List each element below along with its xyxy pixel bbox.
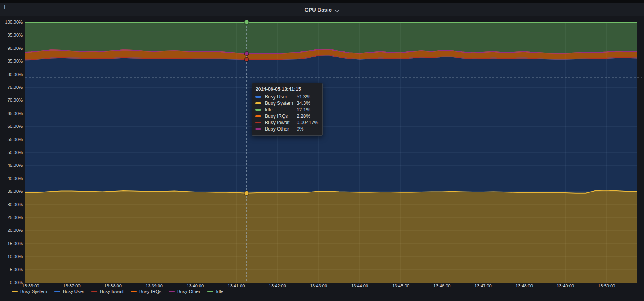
tooltip-row: Busy IRQs2.28% (255, 113, 318, 119)
y-tick-label: 90.00% (8, 46, 23, 51)
legend-color-swatch (12, 291, 18, 292)
cpu-basic-panel: CPU Basic i 100.00%95.00%90.00%85.00%80.… (0, 0, 644, 301)
busy-system-hover-dot (244, 191, 249, 195)
x-tick-label: 13:43:00 (310, 283, 327, 288)
y-tick-label: 25.00% (8, 215, 23, 220)
y-tick-label: 15.00% (8, 241, 23, 246)
y-tick-label: 55.00% (8, 137, 23, 142)
tooltip-series-label: Busy User (265, 94, 297, 100)
tooltip-series-value: 2.28% (297, 113, 310, 119)
x-tick-label: 13:36:00 (22, 283, 39, 288)
x-tick-label: 13:37:00 (63, 283, 80, 288)
panel-info-icon[interactable]: i (4, 5, 5, 10)
panel-title: CPU Basic (305, 7, 332, 13)
busy-user-area (21, 55, 638, 193)
y-tick-label: 45.00% (8, 163, 23, 168)
y-tick-label: 100.00% (5, 20, 23, 25)
legend-label: Busy User (63, 289, 84, 294)
tooltip-series-value: 0.00417% (297, 120, 318, 125)
chart-legend: Busy SystemBusy UserBusy IowaitBusy IRQs… (12, 289, 223, 294)
x-tick-label: 13:49:00 (557, 283, 574, 288)
legend-color-swatch (169, 291, 175, 292)
x-tick-label: 13:42:00 (269, 283, 286, 288)
x-tick-label: 13:40:00 (186, 283, 204, 288)
y-tick-label: 50.00% (8, 150, 23, 155)
legend-item-busy-iowait[interactable]: Busy Iowait (91, 289, 124, 294)
tooltip-series-value: 34.3% (297, 100, 310, 106)
panel-header: CPU Basic (0, 3, 644, 16)
busy-system-area (21, 190, 638, 283)
legend-label: Busy Iowait (100, 289, 124, 294)
y-tick-label: 35.00% (8, 189, 23, 194)
idle-hover-dot (244, 20, 249, 25)
y-tick-label: 95.00% (8, 33, 23, 37)
tooltip-series-label: Busy IRQs (265, 113, 297, 119)
legend-color-swatch (54, 291, 60, 292)
tooltip-row: Busy Other0% (255, 126, 318, 132)
tooltip-rows: Busy User51.3%Busy System34.3%Idle12.1%B… (255, 94, 318, 132)
x-tick-label: 13:41:00 (228, 283, 245, 288)
legend-item-busy-user[interactable]: Busy User (54, 289, 84, 294)
y-tick-label: 65.00% (8, 111, 23, 116)
legend-item-busy-system[interactable]: Busy System (12, 289, 47, 294)
y-tick-label: 70.00% (8, 98, 23, 102)
legend-item-busy-other[interactable]: Busy Other (169, 289, 200, 294)
legend-label: Busy Other (177, 289, 200, 294)
legend-item-idle[interactable]: Idle (207, 289, 223, 294)
cpu-usage-stacked-area-chart[interactable]: 100.00%95.00%90.00%85.00%80.00%75.00%70.… (0, 16, 644, 301)
busy-other-hover-dot (245, 52, 249, 56)
legend-color-swatch (131, 291, 137, 292)
legend-label: Busy IRQs (139, 289, 161, 294)
y-tick-label: 60.00% (8, 124, 23, 129)
chevron-down-icon (334, 8, 339, 12)
legend-item-busy-irqs[interactable]: Busy IRQs (131, 289, 161, 294)
series-color-swatch (255, 115, 261, 117)
x-tick-label: 13:46:00 (433, 283, 451, 288)
legend-label: Busy System (20, 289, 47, 294)
panel-title-menu[interactable]: CPU Basic (305, 7, 340, 13)
tooltip-series-label: Busy Iowait (265, 120, 297, 125)
x-tick-label: 13:50:00 (598, 283, 615, 288)
x-tick-label: 13:45:00 (392, 283, 409, 288)
tooltip-row: Busy User51.3% (255, 94, 318, 100)
tooltip-series-value: 0% (297, 126, 303, 132)
series-color-swatch (255, 128, 261, 130)
series-color-swatch (255, 96, 261, 98)
x-tick-label: 13:38:00 (104, 283, 122, 288)
x-tick-label: 13:39:00 (145, 283, 163, 288)
window-top-strip (0, 0, 644, 3)
series-color-swatch (255, 122, 261, 123)
y-tick-label: 20.00% (8, 228, 23, 233)
busy-iowait-hover-dot (245, 57, 249, 61)
x-tick-label: 13:44:00 (351, 283, 368, 288)
chart-tooltip: 2024-06-05 13:41:15 Busy User51.3%Busy S… (252, 83, 323, 136)
legend-label: Idle (216, 289, 223, 294)
series-color-swatch (255, 109, 261, 111)
tooltip-series-value: 51.3% (297, 94, 310, 100)
series-color-swatch (255, 102, 261, 104)
y-tick-label: 75.00% (8, 85, 23, 90)
tooltip-series-label: Busy System (265, 100, 297, 106)
x-tick-label: 13:47:00 (475, 283, 492, 288)
y-tick-label: 80.00% (8, 72, 23, 77)
legend-color-swatch (91, 291, 97, 292)
y-tick-label: 30.00% (8, 202, 23, 207)
legend-color-swatch (207, 291, 213, 292)
y-tick-label: 0.00% (10, 280, 23, 285)
chart-area[interactable]: 100.00%95.00%90.00%85.00%80.00%75.00%70.… (0, 16, 644, 301)
tooltip-series-label: Idle (265, 107, 297, 113)
y-tick-label: 40.00% (8, 176, 23, 181)
x-tick-label: 13:48:00 (516, 283, 533, 288)
tooltip-row: Idle12.1% (255, 106, 318, 113)
y-tick-label: 5.00% (10, 267, 23, 272)
tooltip-row: Busy System34.3% (255, 100, 318, 106)
tooltip-row: Busy Iowait0.00417% (255, 119, 318, 126)
y-tick-label: 85.00% (8, 59, 23, 63)
y-tick-label: 10.00% (8, 254, 23, 259)
tooltip-timestamp: 2024-06-05 13:41:15 (256, 86, 318, 92)
tooltip-series-value: 12.1% (297, 107, 310, 113)
tooltip-series-label: Busy Other (265, 126, 297, 132)
